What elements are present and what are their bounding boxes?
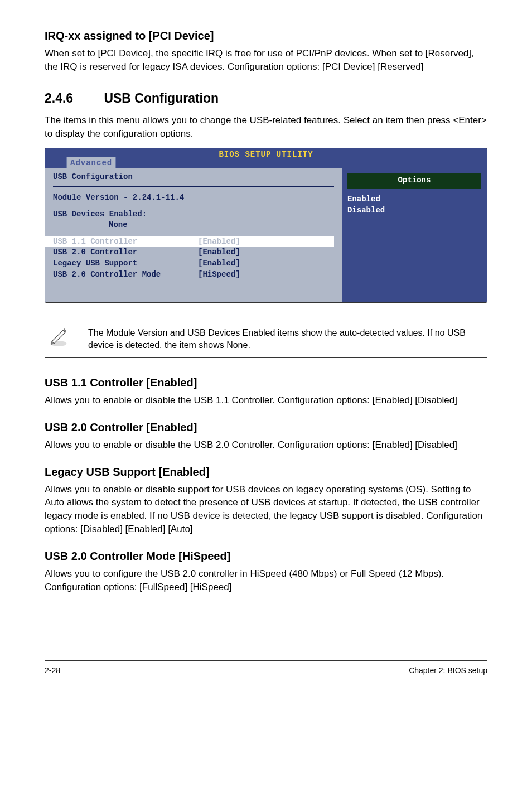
bios-left-pane: USB Configuration Module Version - 2.24.…: [45, 168, 342, 302]
usb20-heading: USB 2.0 Controller [Enabled]: [45, 419, 487, 435]
bios-header: BIOS SETUP UTILITY Advanced: [45, 148, 487, 168]
bios-module-version: Module Version - 2.24.1-11.4: [53, 192, 334, 204]
bios-label-usb20mode: USB 2.0 Controller Mode: [53, 269, 198, 281]
bios-right-pane: Options Enabled Disabled: [342, 168, 487, 302]
usb11-heading: USB 1.1 Controller [Enabled]: [45, 375, 487, 390]
bios-divider: [53, 186, 334, 187]
bios-option-disabled[interactable]: Disabled: [347, 205, 481, 216]
bios-label-usb11: USB 1.1 Controller: [53, 236, 198, 248]
pencil-icon: [45, 326, 72, 352]
usb20-body: Allows you to enable or disable the USB …: [45, 438, 487, 452]
bios-devices-value: None: [53, 220, 334, 231]
page-number: 2-28: [45, 665, 60, 677]
bios-row-usb20[interactable]: USB 2.0 Controller [Enabled]: [53, 247, 334, 258]
section-heading: 2.4.6 USB Configuration: [45, 89, 487, 107]
usb11-body: Allows you to enable or disable the USB …: [45, 394, 487, 407]
section-title: USB Configuration: [104, 91, 219, 105]
irq-heading: IRQ-xx assigned to [PCI Device]: [45, 28, 487, 44]
bios-label-usb20: USB 2.0 Controller: [53, 247, 198, 258]
bios-value-usb20: [Enabled]: [198, 247, 240, 258]
bios-panel: BIOS SETUP UTILITY Advanced USB Configur…: [45, 148, 487, 303]
bios-row-usb11[interactable]: USB 1.1 Controller [Enabled]: [45, 236, 334, 248]
bios-devices-label: USB Devices Enabled:: [53, 209, 334, 220]
legacy-body: Allows you to enable or disable support …: [45, 483, 487, 536]
section-number: 2.4.6: [45, 89, 100, 107]
note-box: The Module Version and USB Devices Enabl…: [45, 320, 487, 358]
usb20mode-body: Allows you to configure the USB 2.0 cont…: [45, 567, 487, 594]
section-intro: The items in this menu allows you to cha…: [45, 114, 487, 141]
bios-value-usb11: [Enabled]: [198, 236, 240, 248]
legacy-heading: Legacy USB Support [Enabled]: [45, 464, 487, 480]
irq-paragraph: When set to [PCI Device], the specific I…: [45, 47, 487, 74]
bios-value-legacy: [Enabled]: [198, 258, 240, 269]
bios-value-usb20mode: [HiSpeed]: [198, 269, 240, 281]
bios-option-enabled[interactable]: Enabled: [347, 194, 481, 205]
bios-left-title: USB Configuration: [53, 172, 334, 183]
usb20mode-heading: USB 2.0 Controller Mode [HiSpeed]: [45, 548, 487, 564]
bios-options-title: Options: [347, 173, 481, 189]
bios-row-usb20mode[interactable]: USB 2.0 Controller Mode [HiSpeed]: [53, 269, 334, 281]
chapter-label: Chapter 2: BIOS setup: [409, 665, 487, 677]
page-footer: 2-28 Chapter 2: BIOS setup: [45, 660, 487, 677]
note-text: The Module Version and USB Devices Enabl…: [88, 327, 487, 351]
bios-row-legacy[interactable]: Legacy USB Support [Enabled]: [53, 258, 334, 269]
bios-tab-advanced[interactable]: Advanced: [66, 157, 116, 169]
bios-label-legacy: Legacy USB Support: [53, 258, 198, 269]
